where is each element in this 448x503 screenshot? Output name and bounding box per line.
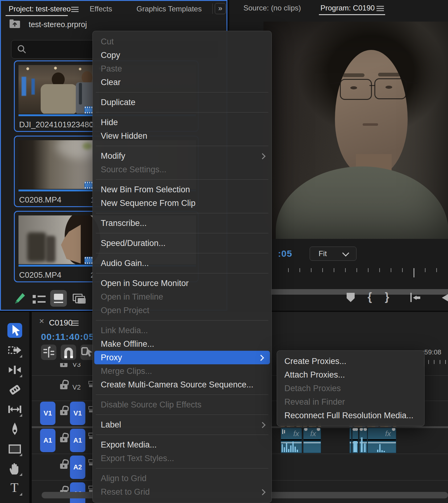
add-marker-icon[interactable]	[347, 293, 355, 302]
timeline-display-settings-button[interactable]	[41, 345, 56, 360]
clip-name[interactable]: C0208.MP4	[19, 195, 61, 205]
submenu-item-create-proxies[interactable]: Create Proxies...	[277, 354, 424, 368]
menu-item-link-media[interactable]: Link Media...	[93, 324, 271, 337]
audio-clip[interactable]: fx	[303, 428, 321, 453]
lock-icon-a2[interactable]	[60, 464, 67, 469]
menu-item-source-settings[interactable]: Source Settings...	[93, 163, 271, 176]
track-target-a1[interactable]: A1	[70, 429, 85, 452]
pen-tool[interactable]	[7, 422, 22, 436]
panel-overflow-button[interactable]: »	[215, 3, 226, 14]
tab-effects[interactable]: Effects	[90, 5, 112, 13]
edit-pencil-icon[interactable]	[14, 292, 26, 305]
mark-in-icon[interactable]: {	[368, 290, 372, 303]
lock-icon[interactable]	[60, 363, 67, 367]
type-tool[interactable]: T	[7, 481, 22, 496]
submenu-item-detach-proxies[interactable]: Detach Proxies	[277, 382, 424, 395]
menu-item-transcribe[interactable]: Transcribe...	[93, 216, 271, 230]
menu-item-view-hidden[interactable]: View Hidden	[93, 129, 271, 143]
lock-icon-a1[interactable]	[60, 437, 67, 442]
close-icon[interactable]: ×	[39, 316, 44, 326]
submenu-item-reconnect-full-resolution-media[interactable]: Reconnect Full Resolution Media...	[277, 409, 424, 422]
audio-clip[interactable]: fx	[281, 428, 302, 453]
program-panel-menu-icon[interactable]	[377, 6, 384, 7]
audio-clip[interactable]	[352, 428, 358, 453]
mark-out-icon[interactable]: }	[385, 290, 389, 303]
menu-item-make-offline[interactable]: Make Offline...	[93, 337, 271, 351]
tab-source-monitor[interactable]: Source: (no clips)	[243, 4, 301, 12]
rectangle-tool[interactable]	[7, 441, 22, 456]
track-select-forward-tool[interactable]	[7, 343, 22, 358]
menu-item-new-sequence-from-clip[interactable]: New Sequence From Clip	[93, 196, 271, 210]
menu-separator	[96, 468, 268, 468]
program-video-frame	[263, 22, 448, 239]
submenu-item-reveal-in-finder[interactable]: Reveal in Finder	[277, 395, 424, 409]
timeline-ruler[interactable]	[423, 358, 448, 367]
menu-item-disable-source-clip-effects[interactable]: Disable Source Clip Effects	[93, 398, 271, 411]
menu-item-create-multicamera-source-sequence[interactable]: Create Multi-Camera Source Sequence...	[93, 378, 271, 391]
thumbnail-view-button[interactable]	[50, 290, 67, 307]
project-panel-menu-icon[interactable]	[71, 7, 79, 8]
menu-item-open-in-source-monitor[interactable]: Open in Source Monitor	[93, 276, 271, 290]
menu-item-cut[interactable]: Cut	[93, 35, 271, 48]
clip-name[interactable]: C0205.MP4	[19, 270, 61, 280]
menu-item-audio-gain[interactable]: Audio Gain...	[93, 256, 271, 270]
go-to-in-icon[interactable]	[410, 293, 421, 302]
timeline-panel-menu-icon[interactable]	[71, 321, 79, 321]
source-patch-v1[interactable]: V1	[40, 402, 55, 425]
lock-icon-v2[interactable]	[60, 384, 67, 389]
tab-project[interactable]: Project: test-stereo	[9, 5, 71, 13]
menu-separator	[96, 112, 268, 112]
menu-item-proxy[interactable]: Proxy	[94, 351, 270, 364]
menu-item-copy[interactable]: Copy	[93, 48, 271, 62]
razor-tool[interactable]	[7, 382, 22, 397]
ripple-edit-tool[interactable]	[7, 362, 22, 377]
zoom-level-select[interactable]: Fit	[310, 247, 356, 261]
menu-item-open-project[interactable]: Open Project	[93, 304, 271, 317]
submenu-item-attach-proxies[interactable]: Attach Proxies...	[277, 368, 424, 382]
snap-magnet-button[interactable]	[61, 345, 76, 360]
audio-clip[interactable]	[359, 428, 367, 453]
program-ruler[interactable]	[288, 268, 448, 278]
track-label-v2[interactable]: V2	[72, 383, 81, 391]
breadcrumb[interactable]: test-stereo.prproj	[29, 20, 87, 29]
menu-separator	[96, 435, 268, 435]
audio-track-a1-content: fx fx fx	[277, 428, 448, 453]
menu-item-speed-duration[interactable]: Speed/Duration...	[93, 236, 271, 250]
menu-item-label[interactable]: Label	[93, 418, 271, 431]
hand-tool[interactable]	[7, 461, 22, 476]
menu-item-new-bin-from-selection[interactable]: New Bin From Selection	[93, 183, 271, 196]
menu-item-merge-clips[interactable]: Merge Clips...	[93, 364, 271, 378]
audio-clip[interactable]: fx	[368, 428, 396, 453]
menu-item-hide[interactable]: Hide	[93, 116, 271, 129]
list-view-icon[interactable]	[33, 294, 46, 304]
timeline-timecode[interactable]: 00:11:40:05	[41, 332, 94, 342]
clip-name[interactable]: DJI_2024101923480...	[19, 120, 100, 129]
fx-badge: fx	[385, 429, 391, 438]
folder-up-icon[interactable]	[9, 19, 20, 29]
tab-graphics-templates[interactable]: Graphics Templates	[136, 5, 202, 13]
menu-item-export-text-styles[interactable]: Export Text Styles...	[93, 452, 271, 465]
menu-separator	[96, 320, 268, 321]
menu-item-reset-to-grid[interactable]: Reset to Grid	[93, 485, 271, 499]
track-target-v1[interactable]: V1	[70, 402, 85, 425]
proxy-submenu: Create Proxies... Attach Proxies... Deta…	[277, 350, 425, 426]
tab-program-monitor[interactable]: Program: C0190	[320, 4, 375, 12]
menu-item-duplicate[interactable]: Duplicate	[93, 96, 271, 109]
audio-clip[interactable]	[349, 428, 352, 453]
slip-tool[interactable]	[7, 402, 22, 417]
freeform-view-icon[interactable]	[73, 294, 86, 305]
menu-item-paste[interactable]: Paste	[93, 62, 271, 76]
source-patch-a1[interactable]: A1	[40, 429, 55, 452]
filmstrip-icon	[84, 257, 93, 264]
menu-item-align-to-grid[interactable]: Align to Grid	[93, 472, 271, 485]
menu-item-open-in-timeline[interactable]: Open in Timeline	[93, 290, 271, 304]
menu-item-clear[interactable]: Clear	[93, 76, 271, 89]
menu-item-modify[interactable]: Modify	[93, 149, 271, 163]
step-back-icon[interactable]	[442, 293, 448, 302]
menu-item-export-media[interactable]: Export Media...	[93, 438, 271, 452]
program-zoom-scrollbar[interactable]	[270, 289, 448, 295]
track-target-a2[interactable]: A2	[70, 456, 85, 479]
lock-icon-v1[interactable]	[60, 410, 67, 415]
selection-tool[interactable]	[7, 323, 22, 338]
tab-sequence[interactable]: C0190	[49, 318, 73, 328]
